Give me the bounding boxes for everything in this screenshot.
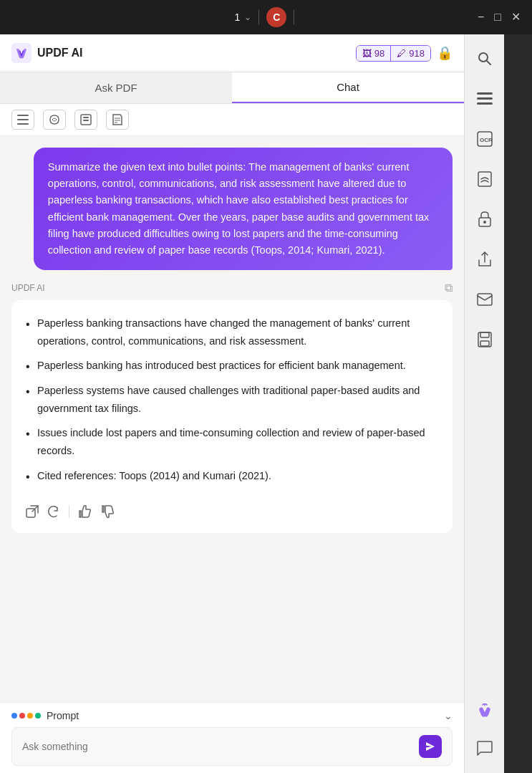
prompt-input-row [11,727,453,766]
sidebar-email-button[interactable] [472,287,498,312]
sidebar-ocr-button[interactable]: OCR [472,126,498,152]
prompt-label: Prompt [47,710,79,721]
lock-icon[interactable]: 🔒 [437,45,453,61]
lock-icon [478,211,491,227]
thumbs-down-button[interactable] [101,504,115,519]
prompt-label-row: Prompt [11,710,79,721]
panel-header: UPDF AI 🖼 98 🖊 918 🔒 [0,34,464,72]
sidebar-menu-button[interactable] [472,86,498,112]
badge-pages: 🖊 918 [391,46,430,61]
app-logo: UPDF AI [11,43,82,63]
action-divider [69,505,69,518]
maximize-button[interactable]: □ [494,11,501,23]
email-icon [477,293,493,306]
title-bar-divider2 [294,10,294,24]
svg-rect-17 [478,294,492,305]
svg-point-8 [479,53,488,62]
convert-icon [478,171,492,187]
search-icon [478,52,492,66]
toolbar-btn-2[interactable] [43,110,66,130]
tabs: Ask PDF Chat [0,72,464,104]
list-item: Cited references: Toops (2014) and Kumar… [26,467,438,485]
svg-rect-20 [480,341,489,346]
svg-rect-11 [477,102,493,105]
svg-rect-0 [11,43,32,63]
svg-rect-1 [17,115,29,116]
ai-actions [26,496,438,519]
svg-rect-9 [477,92,493,95]
user-message-text: Summarize the given text into bullet poi… [48,161,430,256]
open-external-button[interactable] [26,505,39,518]
svg-rect-19 [480,332,489,337]
toolbar-btn-1[interactable] [11,110,34,130]
badge-images-value: 98 [374,48,385,59]
sidebar-convert-button[interactable] [472,166,498,192]
sidebar-ai-button[interactable] [472,696,498,721]
thumbs-up-icon [78,504,92,519]
send-button[interactable] [419,735,442,758]
window-number: 1 [235,11,241,23]
avatar: C [266,7,286,27]
title-bar-center: 1 ⌄ C [235,7,298,27]
refresh-button[interactable] [47,505,60,518]
badge-pages-value: 918 [409,48,425,59]
prompt-chevron-icon[interactable]: ⌄ [444,710,453,721]
list-item: Issues include lost papers and time-cons… [26,424,438,459]
prompt-input[interactable] [22,741,419,752]
list-item: Paperless banking transactions have chan… [26,315,438,350]
svg-text:OCR: OCR [480,137,493,143]
ai-logo-icon [475,699,494,718]
title-bar-divider [258,10,259,24]
chevron-down-icon: ⌄ [244,12,251,22]
toolbar-btn-3[interactable] [74,110,97,130]
send-icon [425,741,435,752]
svg-rect-10 [477,97,493,100]
share-icon [478,251,492,267]
toolbar-icon-4 [112,114,122,125]
copy-icon[interactable]: ⧉ [445,282,453,294]
svg-rect-2 [17,119,29,120]
main-layout: UPDF AI 🖼 98 🖊 918 🔒 Ask PDF C [0,34,532,773]
ai-response-card: Paperless banking transactions have chan… [11,300,453,533]
dot-red [19,713,25,719]
sidebar-share-button[interactable] [472,246,498,272]
close-button[interactable]: ✕ [511,11,521,23]
dot-yellow [27,713,33,719]
svg-point-16 [483,221,486,224]
tab-ask-pdf[interactable]: Ask PDF [0,72,232,103]
svg-rect-14 [478,172,491,186]
sidebar-save-button[interactable] [472,327,498,352]
app-title: UPDF AI [37,47,82,59]
bullet-list: Paperless banking transactions have chan… [26,315,438,484]
ai-label-text: UPDF AI [11,283,45,293]
sidebar-lock-button[interactable] [472,206,498,232]
dot-blue [11,713,17,719]
header-badges: 🖼 98 🖊 918 🔒 [356,45,453,62]
toolbar-row [0,104,464,136]
toolbar-icon-3 [80,114,92,125]
list-item: Paperless banking has introduced best pr… [26,357,438,375]
badge-group: 🖼 98 🖊 918 [356,45,431,62]
badge-images: 🖼 98 [357,46,391,61]
toolbar-icon-2 [49,114,60,125]
prompt-dots [11,713,41,719]
toolbar-btn-4[interactable] [106,110,129,130]
window-controls: − □ ✕ [478,11,521,23]
thumbs-up-button[interactable] [78,504,92,519]
image-badge-icon: 🖼 [362,48,372,59]
sidebar-chat-button[interactable] [472,736,498,762]
ocr-icon: OCR [477,131,493,147]
tab-chat[interactable]: Chat [232,72,464,103]
refresh-icon [47,505,60,518]
svg-rect-5 [83,117,89,118]
svg-rect-6 [83,120,89,121]
pages-badge-icon: 🖊 [397,48,406,59]
dot-green [35,713,41,719]
user-message-bubble: Summarize the given text into bullet poi… [34,148,453,270]
svg-rect-3 [17,123,29,125]
menu-icon [477,92,493,105]
minimize-button[interactable]: − [478,11,484,23]
sidebar-search-button[interactable] [472,46,498,72]
left-panel: UPDF AI 🖼 98 🖊 918 🔒 Ask PDF C [0,34,464,773]
right-sidebar: OCR [464,34,504,773]
